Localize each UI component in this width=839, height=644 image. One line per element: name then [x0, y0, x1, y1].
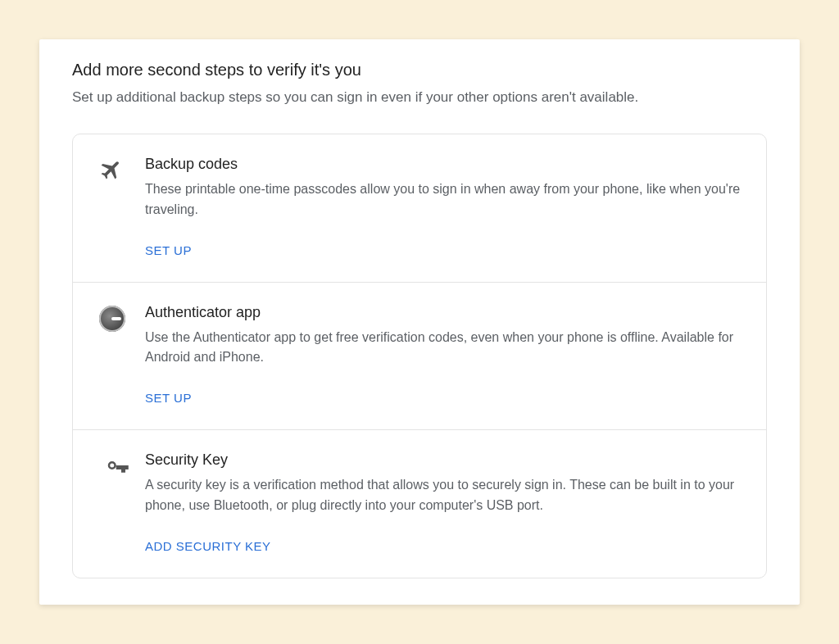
key-icon	[93, 451, 145, 556]
section-subtitle: Set up additional backup steps so you ca…	[72, 89, 767, 106]
setup-authenticator-button[interactable]: SET UP	[145, 388, 192, 408]
option-description: These printable one-time passcodes allow…	[145, 179, 746, 220]
option-backup-codes: Backup codes These printable one-time pa…	[73, 134, 766, 283]
authenticator-icon	[93, 304, 145, 409]
option-security-key: Security Key A security key is a verific…	[73, 430, 766, 578]
section-title: Add more second steps to verify it's you	[72, 61, 767, 79]
option-authenticator-app: Authenticator app Use the Authenticator …	[73, 283, 766, 431]
options-list: Backup codes These printable one-time pa…	[72, 134, 767, 578]
add-security-key-button[interactable]: ADD SECURITY KEY	[145, 536, 271, 556]
option-title: Backup codes	[145, 156, 746, 173]
airplane-icon	[93, 156, 145, 261]
second-steps-card: Add more second steps to verify it's you…	[39, 39, 800, 605]
setup-backup-codes-button[interactable]: SET UP	[145, 240, 192, 261]
option-body: Backup codes These printable one-time pa…	[145, 156, 746, 261]
option-description: Use the Authenticator app to get free ve…	[145, 328, 746, 369]
option-description: A security key is a verification method …	[145, 475, 746, 516]
option-title: Authenticator app	[145, 304, 746, 321]
option-body: Authenticator app Use the Authenticator …	[145, 304, 746, 409]
option-title: Security Key	[145, 451, 746, 469]
option-body: Security Key A security key is a verific…	[145, 451, 746, 556]
